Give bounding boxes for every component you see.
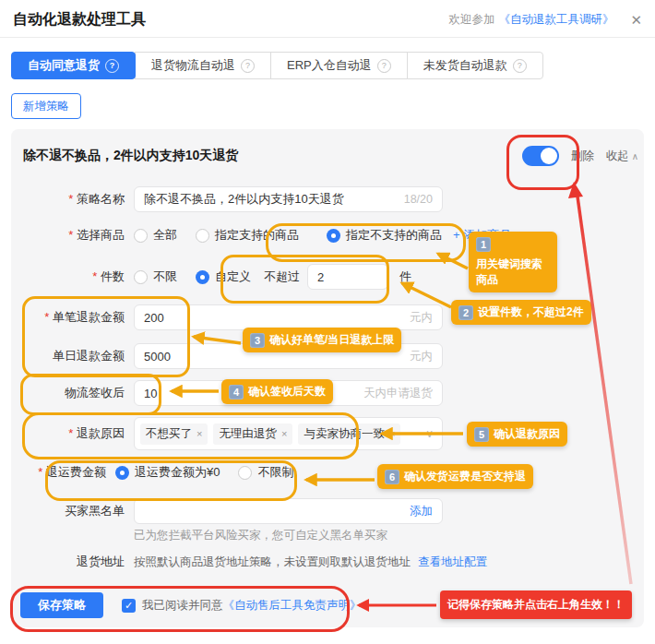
remove-tag-icon[interactable]: × [281, 428, 287, 439]
address-config-link[interactable]: 查看地址配置 [418, 555, 487, 570]
return-address-row: 退货地址 按照默认商品退货地址策略，未设置则取默认退货地址 查看地址配置 [11, 554, 644, 570]
per-order-amount-input[interactable]: 200 元内 [134, 304, 443, 330]
welcome-text: 欢迎参加 [448, 12, 494, 28]
blacklist-add-link[interactable]: 添加 [410, 504, 433, 519]
unit-suffix: 元内 [410, 310, 433, 326]
buyer-blacklist-input[interactable]: 添加 [134, 498, 443, 524]
agreement-text: 我已阅读并同意 [142, 598, 223, 614]
agreement-checkbox[interactable]: ✓ [122, 599, 136, 613]
tab-label: 退货物流自动退 [151, 57, 235, 74]
per-order-amount-label: 单笔退款金额 [11, 309, 125, 326]
tag-label: 无理由退货 [219, 426, 277, 442]
remove-tag-icon[interactable]: × [196, 428, 202, 439]
strategy-name-input[interactable]: 除不退不换品，2件以内支持10天退货 18/20 [134, 186, 443, 212]
page-title: 自动化退款处理工具 [13, 10, 146, 30]
radio-shipping-fee-unlimited[interactable]: 不限制 [238, 464, 293, 481]
refund-reasons-row: 退款原因 不想买了 × 无理由退货 × 与卖家协商一致 × ∨ [11, 417, 644, 450]
radio-icon [134, 229, 148, 243]
radio-label: 自定义 [215, 268, 251, 285]
radio-icon [115, 466, 129, 480]
buyer-blacklist-label: 买家黑名单 [11, 503, 125, 519]
reason-tag: 与卖家协商一致 × [298, 423, 400, 445]
radio-icon [327, 229, 340, 243]
quantity-unit: 件 [399, 268, 411, 285]
tab-unshipped-refund[interactable]: 未发货自动退款 ? [407, 52, 543, 79]
plus-icon: + [453, 228, 460, 242]
product-scope-row: 选择商品 全部 指定支持的商品 指定不支持的商品 + 添加商品 [11, 227, 644, 244]
save-strategy-button[interactable]: 保存策略 [20, 592, 103, 618]
radio-label: 全部 [153, 227, 177, 244]
remove-tag-icon[interactable]: × [389, 428, 395, 439]
radio-shipping-fee-zero[interactable]: 退运费金额为¥0 [115, 464, 220, 481]
collapse-button[interactable]: 收起 ∧ [606, 149, 638, 164]
tab-erp-warehouse[interactable]: ERP入仓自动退 ? [270, 52, 408, 79]
after-sign-days-row: 物流签收后 10 天内申请退货 [11, 380, 644, 406]
caret-up-icon: ∧ [632, 151, 638, 161]
tab-auto-agree-return[interactable]: 自动同意退货 ? [11, 52, 136, 79]
tab-label: ERP入仓自动退 [287, 57, 372, 74]
shipping-fee-label: 退运费金额 [11, 464, 106, 481]
new-strategy-button[interactable]: 新增策略 [11, 93, 81, 119]
radio-icon [196, 270, 209, 284]
blacklist-helper-row: 已为您拦截平台风险买家，您可自定义黑名单买家 [11, 528, 644, 543]
add-product-label: 添加商品 [463, 228, 511, 242]
radio-quantity-custom[interactable]: 自定义 [196, 268, 251, 285]
add-product-link[interactable]: + 添加商品 [453, 227, 511, 244]
strategy-panel: 除不退不换品，2件以内支持10天退货 删除 收起 ∧ 策略名称 除不退不换品，2… [11, 129, 644, 627]
delete-strategy-button[interactable]: 删除 [571, 149, 594, 164]
close-icon[interactable]: ✕ [630, 13, 642, 27]
buyer-blacklist-row: 买家黑名单 添加 [11, 498, 644, 524]
strategy-name-row: 策略名称 除不退不换品，2件以内支持10天退货 18/20 [11, 186, 644, 212]
radio-quantity-unlimited[interactable]: 不限 [134, 268, 177, 285]
reason-tag: 无理由退货 × [213, 423, 292, 445]
per-day-amount-row: 单日退款金额 5000 元内 [11, 343, 644, 369]
radio-icon [134, 270, 148, 284]
per-day-amount-input[interactable]: 5000 元内 [134, 343, 443, 369]
shipping-fee-row: 退运费金额 退运费金额为¥0 不限制 [11, 464, 644, 481]
panel-footer: 保存策略 ✓ 我已阅读并同意 《自动售后工具免责声明》 [11, 592, 644, 618]
radio-label: 不限制 [257, 464, 293, 481]
radio-label: 指定不支持的商品 [346, 227, 442, 244]
header-divider [0, 37, 655, 38]
strategy-enable-toggle[interactable] [522, 146, 559, 166]
quantity-prefix: 不超过 [264, 268, 300, 285]
help-icon[interactable]: ? [513, 59, 527, 73]
tab-label: 自动同意退货 [28, 57, 100, 74]
quantity-input[interactable]: 2 [307, 264, 388, 290]
check-icon: ✓ [125, 600, 133, 612]
disclaimer-link[interactable]: 《自动售后工具免责声明》 [223, 598, 362, 614]
radio-icon [196, 229, 209, 243]
reason-tag: 不想买了 × [140, 423, 208, 445]
refund-reasons-select[interactable]: 不想买了 × 无理由退货 × 与卖家协商一致 × ∨ [134, 417, 443, 450]
radio-label: 不限 [153, 268, 177, 285]
radio-all-products[interactable]: 全部 [134, 227, 177, 244]
radio-label: 退运费金额为¥0 [135, 464, 220, 481]
per-order-amount-value: 200 [144, 311, 164, 325]
help-icon[interactable]: ? [241, 59, 255, 73]
help-icon[interactable]: ? [105, 59, 119, 73]
collapse-label: 收起 [606, 149, 629, 164]
radio-supported-products[interactable]: 指定支持的商品 [196, 227, 299, 244]
per-day-amount-value: 5000 [144, 350, 171, 364]
chevron-down-icon: ∨ [425, 427, 434, 440]
tag-label: 与卖家协商一致 [304, 426, 385, 442]
unit-suffix: 元内 [410, 349, 433, 364]
auto-refund-tool-window: 自动化退款处理工具 欢迎参加 《自动退款工具调研》 ✕ 自动同意退货 ? 退货物… [0, 0, 655, 644]
quantity-value: 2 [317, 270, 324, 284]
strategy-name-label: 策略名称 [11, 191, 125, 208]
tab-return-logistics[interactable]: 退货物流自动退 ? [135, 52, 271, 79]
after-sign-days-input[interactable]: 10 天内申请退货 [134, 380, 443, 406]
unit-suffix: 天内申请退货 [363, 386, 433, 401]
return-address-text: 按照默认商品退货地址策略，未设置则取默认退货地址 [134, 555, 411, 570]
after-sign-days-label: 物流签收后 [11, 385, 125, 401]
refund-reasons-label: 退款原因 [11, 425, 125, 442]
quantity-label: 件数 [11, 268, 125, 285]
radio-icon [238, 466, 252, 480]
radio-unsupported-products[interactable]: 指定不支持的商品 [327, 227, 442, 244]
toggle-knob [541, 148, 557, 164]
survey-link[interactable]: 《自动退款工具调研》 [498, 12, 613, 28]
product-scope-label: 选择商品 [11, 227, 125, 244]
blacklist-helper-text: 已为您拦截平台风险买家，您可自定义黑名单买家 [134, 528, 387, 543]
help-icon[interactable]: ? [377, 59, 391, 73]
tab-bar: 自动同意退货 ? 退货物流自动退 ? ERP入仓自动退 ? 未发货自动退款 ? [11, 52, 543, 79]
